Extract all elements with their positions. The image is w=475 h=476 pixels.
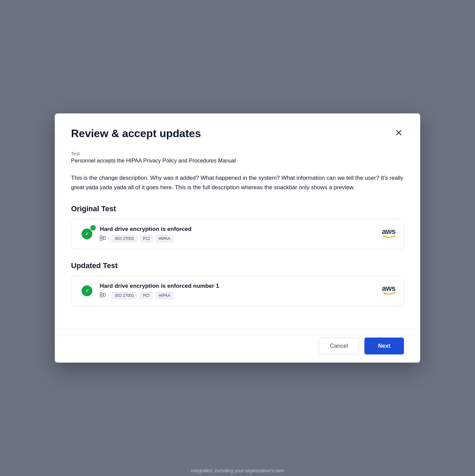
modal-body: Test Personnel accepts the HIPAA Privacy… [55, 148, 420, 329]
original-test-title: Hard drive encryption is enforced [100, 226, 377, 233]
updated-aws-text: aws [382, 285, 395, 292]
updated-tag-iso: ISO 27001 [112, 292, 137, 299]
modal-header: Review & accept updates ✕ [55, 113, 420, 148]
svg-rect-0 [100, 236, 102, 238]
updated-tag-hipaa: HIPAA [155, 292, 173, 299]
subtitle-value: Personnel accepts the HIPAA Privacy Poli… [71, 158, 404, 164]
modal-dialog: Review & accept updates ✕ Test Personnel… [55, 113, 420, 362]
original-aws-logo: aws [382, 228, 395, 240]
modal-footer: Cancel Next [55, 329, 420, 363]
structure-icon [100, 235, 106, 242]
close-icon: ✕ [395, 128, 403, 138]
updated-test-tags: ISO 27001 PCI HIPAA [100, 292, 377, 299]
tag-iso: ISO 27001 [112, 235, 137, 242]
updated-check-circle-icon: ✓ [82, 285, 92, 296]
original-test-tags: ISO 27001 PCI HIPAA [100, 235, 377, 242]
tag-pci: PCI [140, 235, 153, 242]
updated-checkmark-icon: ✓ [85, 287, 89, 294]
updated-test-content: Hard drive encryption is enforced number… [100, 283, 377, 299]
original-test-content: Hard drive encryption is enforced [100, 226, 377, 242]
svg-rect-9 [104, 294, 106, 296]
updated-aws-logo: aws [382, 285, 395, 297]
svg-rect-2 [104, 237, 106, 239]
aws-smile-icon [382, 235, 395, 240]
updated-test-icon: ✓ [80, 283, 94, 298]
tag-divider [109, 236, 109, 241]
updated-tag-divider [109, 293, 109, 298]
tag-hipaa: HIPAA [155, 235, 173, 242]
modal-title: Review & accept updates [71, 127, 201, 140]
svg-rect-8 [100, 295, 102, 297]
updated-tag-pci: PCI [140, 292, 153, 299]
modal-overlay: Review & accept updates ✕ Test Personnel… [0, 0, 475, 476]
next-button[interactable]: Next [364, 338, 404, 354]
checkmark-icon: ✓ [85, 231, 89, 237]
updated-section-title: Updated Test [71, 261, 404, 270]
close-button[interactable]: ✕ [393, 127, 404, 139]
subtitle-label: Test [71, 151, 404, 156]
check-circle-icon: ✓ [82, 229, 92, 239]
aws-text: aws [382, 228, 395, 235]
updated-test-card: ✓ Hard drive encryption is enforced numb… [71, 276, 404, 306]
arrow-up-icon: ↑ [90, 225, 96, 231]
original-test-card: ✓ ↑ Hard drive encryption is enforced [71, 219, 404, 249]
description-text: This is the change description. Why was … [71, 173, 404, 192]
original-section-title: Original Test [71, 204, 404, 213]
updated-structure-icon [100, 292, 106, 299]
updated-aws-smile-icon [382, 291, 395, 297]
updated-test-title: Hard drive encryption is enforced number… [100, 283, 377, 289]
cancel-button[interactable]: Cancel [319, 338, 359, 354]
svg-rect-7 [100, 293, 102, 295]
original-test-icon: ✓ ↑ [80, 226, 94, 241]
svg-rect-1 [100, 238, 102, 240]
